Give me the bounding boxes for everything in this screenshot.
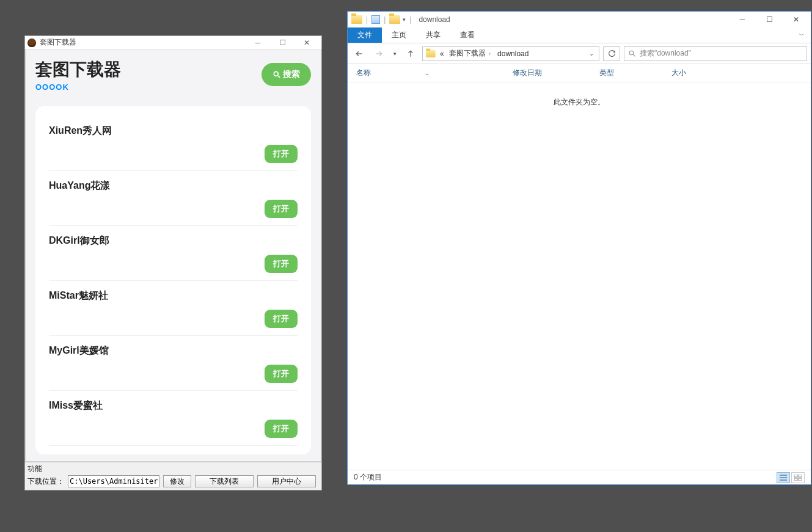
site-name: XiuRen秀人网 bbox=[49, 125, 298, 137]
site-item: MiStar魅妍社打开 bbox=[49, 281, 298, 336]
arrow-up-icon bbox=[406, 49, 415, 58]
list-icon bbox=[780, 475, 787, 481]
arrow-right-icon bbox=[375, 49, 383, 58]
folder-icon bbox=[351, 15, 362, 24]
breadcrumb-label: 套图下载器 bbox=[449, 48, 486, 59]
explorer-titlebar: | | ▾ | download ─ ☐ ✕ bbox=[348, 12, 811, 27]
breadcrumb-label: download bbox=[497, 49, 529, 58]
site-list-card: XiuRen秀人网打开HuaYang花漾打开DKGirl御女郎打开MiStar魅… bbox=[35, 106, 311, 454]
site-item: MyGirl美媛馆打开 bbox=[49, 336, 298, 391]
svg-rect-11 bbox=[799, 475, 802, 477]
svg-line-1 bbox=[278, 76, 280, 78]
close-button[interactable]: ✕ bbox=[294, 36, 319, 49]
site-item: XiuRen秀人网打开 bbox=[49, 117, 298, 171]
refresh-icon bbox=[608, 49, 616, 57]
site-item: XIAOYU语画界打开 bbox=[49, 446, 298, 454]
tab-view[interactable]: 查看 bbox=[450, 27, 485, 43]
ribbon-tabs: 文件 主页 共享 查看 ﹀ bbox=[348, 27, 811, 43]
file-list-area: ⌃ 此文件夹为空。 bbox=[348, 82, 811, 470]
open-site-button[interactable]: 打开 bbox=[265, 420, 298, 438]
search-button[interactable]: 搜索 bbox=[262, 63, 311, 86]
qat-divider: | bbox=[408, 15, 412, 24]
nav-forward-button[interactable] bbox=[371, 46, 387, 62]
site-name: IMiss爱蜜社 bbox=[49, 399, 298, 412]
explorer-title: download bbox=[419, 15, 450, 24]
search-icon bbox=[628, 49, 636, 57]
svg-rect-12 bbox=[794, 478, 797, 481]
app-title: 套图下载器 bbox=[35, 58, 121, 81]
item-count: 0 个项目 bbox=[354, 472, 382, 483]
search-placeholder: 搜索"download" bbox=[640, 48, 691, 59]
qat-save-icon[interactable] bbox=[371, 15, 380, 24]
sort-indicator-icon: ⌃ bbox=[425, 73, 430, 79]
svg-rect-13 bbox=[799, 478, 802, 481]
column-type[interactable]: 类型 bbox=[599, 68, 671, 78]
site-name: MiStar魅妍社 bbox=[49, 290, 298, 302]
status-bar: 0 个项目 bbox=[348, 470, 811, 484]
explorer-window: | | ▾ | download ─ ☐ ✕ 文件 主页 共享 查看 ﹀ ▾ bbox=[347, 11, 811, 485]
svg-point-0 bbox=[274, 71, 278, 76]
tab-share[interactable]: 共享 bbox=[416, 27, 450, 43]
minimize-button[interactable]: ─ bbox=[246, 36, 270, 49]
column-name[interactable]: 名称 bbox=[356, 68, 513, 78]
arrow-left-icon bbox=[355, 49, 364, 58]
svg-line-6 bbox=[633, 54, 635, 56]
ribbon-expand-icon[interactable]: ﹀ bbox=[792, 27, 811, 43]
view-details-button[interactable] bbox=[777, 472, 790, 483]
breadcrumb-part-2[interactable]: download bbox=[496, 49, 530, 58]
folder-icon[interactable] bbox=[389, 15, 400, 24]
footer-section-label: 功能 bbox=[27, 464, 319, 474]
column-date[interactable]: 修改日期 bbox=[513, 68, 599, 78]
folder-icon bbox=[426, 50, 435, 57]
site-item: DKGirl御女郎打开 bbox=[49, 226, 298, 281]
view-icons-button[interactable] bbox=[791, 472, 805, 483]
site-name: MyGirl美媛馆 bbox=[49, 344, 298, 357]
nav-up-button[interactable] bbox=[403, 46, 419, 62]
address-bar[interactable]: « 套图下载器 › download ⌄ bbox=[422, 46, 599, 61]
tab-file[interactable]: 文件 bbox=[348, 27, 382, 43]
breadcrumb-prefix[interactable]: « bbox=[439, 49, 445, 58]
nav-toolbar: ▾ « 套图下载器 › download ⌄ 搜索"download" bbox=[348, 43, 811, 64]
app-window-title: 套图下载器 bbox=[40, 37, 76, 48]
site-item: IMiss爱蜜社打开 bbox=[49, 391, 298, 446]
open-site-button[interactable]: 打开 bbox=[265, 255, 298, 273]
column-size[interactable]: 大小 bbox=[671, 68, 720, 78]
open-site-button[interactable]: 打开 bbox=[265, 200, 298, 218]
tab-home[interactable]: 主页 bbox=[382, 27, 416, 43]
app-body: 套图下载器 OOOOK 搜索 XiuRen秀人网打开HuaYang花漾打开DKG… bbox=[25, 49, 321, 462]
app-subtitle: OOOOK bbox=[35, 82, 121, 92]
downloader-app-window: 套图下载器 ─ ☐ ✕ 套图下载器 OOOOK 搜索 XiuRen秀人网打开Hu… bbox=[24, 35, 322, 490]
column-headers: 名称 修改日期 类型 大小 bbox=[348, 64, 811, 82]
explorer-close-button[interactable]: ✕ bbox=[783, 12, 810, 27]
download-list-button[interactable]: 下载列表 bbox=[195, 475, 254, 487]
app-titlebar: 套图下载器 ─ ☐ ✕ bbox=[25, 36, 321, 49]
maximize-button[interactable]: ☐ bbox=[270, 36, 294, 49]
quick-access-toolbar: | | ▾ | bbox=[351, 15, 412, 24]
user-center-button[interactable]: 用户中心 bbox=[257, 475, 316, 487]
modify-path-button[interactable]: 修改 bbox=[163, 475, 191, 487]
search-button-label: 搜索 bbox=[283, 69, 300, 80]
breadcrumb-part-1[interactable]: 套图下载器 › bbox=[448, 48, 494, 59]
svg-point-5 bbox=[629, 51, 634, 55]
qat-dropdown-icon[interactable]: ▾ bbox=[403, 16, 406, 23]
nav-back-button[interactable] bbox=[351, 46, 367, 62]
open-site-button[interactable]: 打开 bbox=[265, 365, 298, 383]
search-icon bbox=[272, 70, 281, 79]
app-footer: 功能 下载位置： 修改 下载列表 用户中心 bbox=[25, 462, 321, 490]
open-site-button[interactable]: 打开 bbox=[265, 310, 298, 328]
explorer-search-input[interactable]: 搜索"download" bbox=[624, 46, 807, 61]
address-dropdown-icon[interactable]: ⌄ bbox=[585, 50, 598, 57]
chevron-right-icon[interactable]: › bbox=[487, 50, 492, 57]
grid-icon bbox=[794, 475, 802, 481]
svg-rect-10 bbox=[794, 475, 797, 477]
app-header: 套图下载器 OOOOK 搜索 bbox=[35, 58, 311, 92]
explorer-minimize-button[interactable]: ─ bbox=[729, 12, 756, 27]
download-path-input[interactable] bbox=[68, 475, 159, 487]
open-site-button[interactable]: 打开 bbox=[265, 145, 298, 163]
empty-folder-message: 此文件夹为空。 bbox=[348, 97, 811, 107]
nav-history-dropdown[interactable]: ▾ bbox=[390, 46, 399, 62]
refresh-button[interactable] bbox=[603, 46, 620, 61]
site-item: HuaYang花漾打开 bbox=[49, 171, 298, 226]
explorer-maximize-button[interactable]: ☐ bbox=[756, 12, 783, 27]
app-icon bbox=[27, 38, 36, 47]
